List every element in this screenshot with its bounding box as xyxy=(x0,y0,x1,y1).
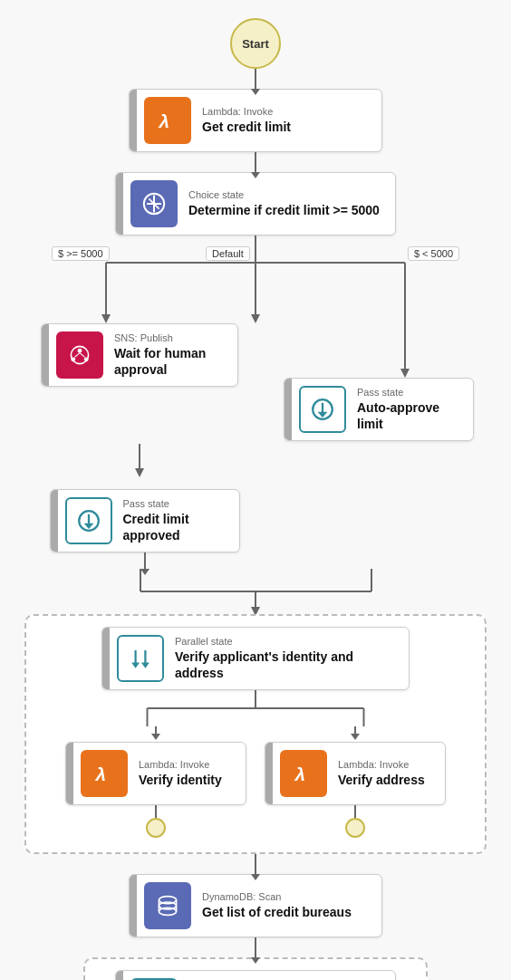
svg-point-14 xyxy=(78,349,82,353)
pass-icon-box2 xyxy=(65,497,112,544)
parallel-icon-box xyxy=(117,635,164,682)
choice-icon xyxy=(140,189,169,218)
node-sidebar xyxy=(66,743,73,804)
node-sidebar xyxy=(265,743,273,804)
parallel-end-left xyxy=(146,818,166,838)
lambda-icon-vi: λ xyxy=(90,759,119,788)
svg-marker-23 xyxy=(135,468,144,477)
arrow-1 xyxy=(251,89,260,95)
svg-marker-31 xyxy=(251,607,260,614)
pass-approved-node[interactable]: Pass state Credit limit approved xyxy=(50,489,240,552)
arrow-to-map xyxy=(251,957,260,964)
node-text: Lambda: Invoke Get credit limit xyxy=(198,99,381,142)
map-state-node[interactable]: Map state Get scores from all credit bur… xyxy=(115,970,396,980)
label-gte: $ >= 5000 xyxy=(52,245,110,261)
verify-identity-node[interactable]: λ Lambda: Invoke Verify identity xyxy=(65,742,246,805)
parallel-inner: λ Lambda: Invoke Verify identity xyxy=(39,726,472,838)
parallel-branch-lines xyxy=(39,690,472,726)
parallel-container: Parallel state Verify applicant's identi… xyxy=(24,614,487,854)
conn-va-top xyxy=(354,726,356,734)
svg-marker-10 xyxy=(101,314,111,323)
parallel-state-node[interactable]: Parallel state Verify applicant's identi… xyxy=(101,627,410,690)
connector-to-map xyxy=(255,937,256,957)
svg-marker-11 xyxy=(251,314,260,323)
sns-node[interactable]: SNS: Publish Wait for human approval xyxy=(41,323,238,387)
verify-address-col: λ Lambda: Invoke Verify address xyxy=(265,726,446,838)
svg-line-17 xyxy=(74,353,80,358)
svg-text:λ: λ xyxy=(294,764,305,784)
dynamo-node[interactable]: DynamoDB: Scan Get list of credit bureau… xyxy=(129,874,382,937)
arrow-2 xyxy=(251,172,260,178)
node-sidebar xyxy=(42,324,49,386)
lambda-icon: λ xyxy=(153,106,182,135)
merge-area xyxy=(34,569,477,614)
parallel-end-right xyxy=(345,818,365,838)
lambda-icon-box: λ xyxy=(144,97,191,144)
node-text: Pass state Auto-approve limit xyxy=(353,380,473,439)
dynamo-icon-box xyxy=(144,882,191,929)
node-text: Lambda: Invoke Verify identity xyxy=(135,752,246,795)
lambda-get-credit-limit[interactable]: λ Lambda: Invoke Get credit limit xyxy=(129,89,382,152)
merge-lines xyxy=(34,569,477,614)
svg-text:λ: λ xyxy=(94,764,106,784)
svg-text:λ: λ xyxy=(158,110,169,131)
svg-marker-34 xyxy=(131,663,140,668)
svg-marker-35 xyxy=(141,663,149,668)
node-sidebar xyxy=(116,173,123,235)
node-text: Pass state Credit limit approved xyxy=(120,491,239,551)
svg-point-15 xyxy=(71,357,75,361)
conn-vi-top xyxy=(155,726,157,734)
arrow-after-parallel xyxy=(251,874,260,880)
start-node: Start xyxy=(230,18,281,69)
label-default: Default xyxy=(206,245,250,261)
node-text: Parallel state Verify applicant's identi… xyxy=(171,629,409,688)
node-sidebar xyxy=(102,628,110,689)
svg-point-16 xyxy=(84,357,89,361)
lambda-icon-box-vi: λ xyxy=(81,750,128,797)
node-sidebar xyxy=(130,90,137,151)
conn-va-bottom xyxy=(354,805,356,818)
pass-nodes-row: Pass state Credit limit approved xyxy=(34,489,477,569)
lambda-icon-va: λ xyxy=(289,759,318,788)
connector-2 xyxy=(255,152,256,172)
node-text: Lambda: Invoke Verify address xyxy=(334,752,445,795)
conn-vi-bottom xyxy=(155,805,157,818)
sns-pass-lines xyxy=(34,444,477,489)
connector-1 xyxy=(255,69,256,89)
branch-area: $ >= 5000 Default $ < 5000 xyxy=(34,235,477,444)
arrow-va xyxy=(351,734,360,740)
choice-state-node[interactable]: Choice state Determine if credit limit >… xyxy=(115,172,396,235)
arrow-vi xyxy=(151,734,160,740)
verify-identity-col: λ Lambda: Invoke Verify identity xyxy=(65,726,246,838)
pass-icon2 xyxy=(72,504,105,537)
conn-pass-approved xyxy=(144,552,146,569)
pass-approved-col: Pass state Credit limit approved xyxy=(34,489,256,569)
svg-marker-21 xyxy=(318,412,328,418)
pass-auto-node[interactable]: Pass state Auto-approve limit xyxy=(284,378,474,441)
node-sidebar xyxy=(130,875,137,937)
parallel-split-svg xyxy=(39,690,472,726)
node-sidebar xyxy=(116,971,123,980)
pass-icon-box xyxy=(299,386,346,433)
sns-icon-box xyxy=(56,331,103,379)
node-sidebar xyxy=(51,490,58,552)
lambda-icon-box-va: λ xyxy=(280,750,327,797)
svg-line-18 xyxy=(80,353,85,358)
svg-marker-12 xyxy=(400,369,410,378)
connector-after-parallel xyxy=(255,854,256,874)
node-text: SNS: Publish Wait for human approval xyxy=(111,325,237,385)
svg-marker-26 xyxy=(83,524,93,529)
sns-to-pass-area xyxy=(34,444,477,489)
pass-icon xyxy=(306,393,339,426)
dynamo-icon xyxy=(153,891,182,920)
verify-address-node[interactable]: λ Lambda: Invoke Verify address xyxy=(265,742,446,805)
node-text: DynamoDB: Scan Get list of credit bureau… xyxy=(198,884,381,927)
node-sidebar xyxy=(284,379,292,440)
sns-icon xyxy=(65,341,94,370)
parallel-icon xyxy=(124,642,157,675)
label-lt: $ < 5000 xyxy=(408,245,459,261)
choice-icon-box xyxy=(130,180,178,227)
workflow-canvas: Start λ Lambda: Invoke Get credit limit xyxy=(0,0,511,980)
node-text: Choice state Determine if credit limit >… xyxy=(185,182,395,226)
node-text: Map state Get scores from all credit bur… xyxy=(185,972,395,980)
